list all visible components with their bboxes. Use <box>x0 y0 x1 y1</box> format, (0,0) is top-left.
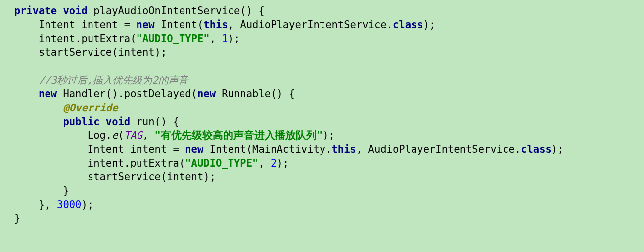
log-pre: Log. <box>88 129 112 141</box>
putextra2-end: ); <box>276 157 289 169</box>
kw-this: this <box>203 19 228 31</box>
kw-this-2: this <box>332 143 356 155</box>
putextra1-end: ); <box>228 33 240 44</box>
str-audio-type-1: "AUDIO_TYPE" <box>137 33 210 44</box>
intent2-ctor-mid: , AudioPlayerIntentService. <box>356 143 521 155</box>
num-2: 2 <box>271 157 276 169</box>
intent2-ctor-end: ); <box>552 143 564 155</box>
comment-line: //3秒过后,插入优先级为2的声音 <box>39 74 188 86</box>
handler-pre: Handler().postDelayed( <box>57 88 197 100</box>
code-block: private void playAudioOnIntentService() … <box>0 0 644 229</box>
kw-new-3: new <box>197 88 216 100</box>
delayed-close-pre: }, <box>39 199 57 210</box>
intent-ctor1-end: ); <box>423 19 436 31</box>
kw-public-void: public void <box>63 116 130 127</box>
kw-new: new <box>137 19 155 31</box>
intent-ctor1: Intent( <box>155 19 204 31</box>
putextra2-pre: intent.putExtra( <box>88 157 185 169</box>
start-service-2: startService(intent); <box>88 171 216 183</box>
method-name: playAudioOnIntentService <box>93 5 240 17</box>
start-service-1: startService(intent); <box>39 46 167 58</box>
log-tag: TAG <box>124 129 142 141</box>
line-intent-decl: Intent intent = <box>39 19 136 31</box>
method-close: } <box>14 212 20 224</box>
intent2-ctor-pre: Intent(MainActivity. <box>203 143 331 155</box>
kw-class-2: class <box>521 143 552 155</box>
inner-close: } <box>63 185 69 197</box>
log-end: ); <box>322 129 335 141</box>
num-1: 1 <box>222 33 228 44</box>
anno-override: @Override <box>63 102 118 114</box>
delayed-close-end: ); <box>81 199 93 210</box>
intent-ctor1-mid: , AudioPlayerIntentService. <box>228 19 393 31</box>
str-audio-type-2: "AUDIO_TYPE" <box>185 157 258 169</box>
num-3000: 3000 <box>57 199 81 210</box>
kw-new-2: new <box>39 88 57 100</box>
log-mid: , <box>142 129 155 141</box>
kw-class: class <box>393 19 423 31</box>
log-open: ( <box>118 129 124 141</box>
run-name: run() { <box>130 116 179 127</box>
putextra1-mid: , <box>210 33 222 44</box>
log-e: e <box>112 129 118 141</box>
runnable-pre: Runnable() { <box>216 88 295 100</box>
intent2-decl: Intent intent = <box>88 143 185 155</box>
kw-new-4: new <box>185 143 203 155</box>
kw-private-void: private void <box>14 5 88 17</box>
putextra1-pre: intent.putExtra( <box>39 33 136 44</box>
str-log-msg: "有优先级较高的声音进入播放队列" <box>155 129 323 141</box>
putextra2-mid: , <box>258 157 271 169</box>
